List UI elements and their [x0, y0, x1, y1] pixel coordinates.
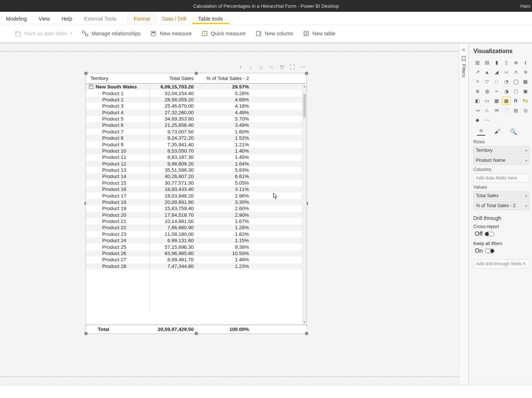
stacked-column-icon[interactable]: ▮: [493, 58, 501, 66]
collapse-icon[interactable]: [89, 84, 93, 89]
filters-pane-collapsed[interactable]: « Filters: [459, 43, 469, 385]
matrix-header[interactable]: Territory Total Sales % of Total Sales -…: [86, 73, 307, 84]
stacked-col100-icon[interactable]: ⫿: [521, 58, 529, 66]
focus-mode-icon[interactable]: ⛶: [289, 64, 296, 70]
manage-relationships-button[interactable]: Manage relationships: [82, 30, 141, 37]
table-row[interactable]: Product 129,98,809.201.64%: [86, 161, 307, 167]
donut-icon[interactable]: ◯: [512, 77, 520, 85]
table-row[interactable]: Product 2663,96,985.8010.50%: [86, 250, 307, 256]
clustered-bar-icon[interactable]: ▤: [483, 58, 491, 66]
columns-drop-zone[interactable]: Add data fields here: [473, 174, 530, 182]
stacked-bar-icon[interactable]: ▥: [473, 58, 481, 66]
matrix-visual[interactable]: ↑ ↓ ⇊ ⑆ ▽ ⛶ ⋯ Territory Total Sales % of…: [86, 73, 307, 334]
new-table-button[interactable]: New table: [303, 30, 335, 37]
treemap-icon[interactable]: ▦: [521, 77, 529, 85]
table-row[interactable]: Product 97,35,941.401.21%: [86, 141, 307, 147]
filled-map-icon[interactable]: ◍: [483, 87, 491, 95]
line-column-icon[interactable]: ⩙: [502, 68, 510, 76]
more-options-icon[interactable]: ⋯: [299, 64, 306, 70]
table-row[interactable]: Product 1618,93,433.403.11%: [86, 186, 307, 192]
scroll-thumb[interactable]: [303, 94, 306, 118]
table-row[interactable]: Product 1820,09,691.803.30%: [86, 199, 307, 205]
matrix-group-row[interactable]: New South Wales 6,09,15,703.20 29.57%: [86, 84, 307, 90]
tab-help[interactable]: Help: [56, 16, 78, 24]
table-row[interactable]: Product 287,47,344.801.23%: [86, 263, 307, 269]
waterfall-icon[interactable]: ⌗: [473, 77, 481, 85]
table-row[interactable]: Product 228,58,059.204.69%: [86, 97, 307, 103]
table-row[interactable]: Product 1530,77,571.305.05%: [86, 180, 307, 186]
expand-filters-icon[interactable]: «: [462, 46, 465, 52]
shape-map-icon[interactable]: ≈: [493, 87, 501, 95]
funnel-icon[interactable]: ▽: [483, 77, 491, 85]
card-icon[interactable]: ▢: [512, 87, 520, 95]
multi-card-icon[interactable]: ▣: [521, 87, 529, 95]
narrative-icon[interactable]: 📄: [502, 106, 510, 114]
report-canvas[interactable]: ↑ ↓ ⇊ ⑆ ▽ ⛶ ⋯ Territory Total Sales % of…: [0, 43, 469, 385]
r-visual-icon[interactable]: R: [512, 97, 520, 105]
fields-tab-icon[interactable]: ≡: [477, 128, 485, 136]
line-clustered-icon[interactable]: ⩚: [512, 68, 520, 76]
area-icon[interactable]: ▲: [483, 68, 491, 76]
rows-field-territory[interactable]: Territory▾: [473, 146, 530, 155]
table-row[interactable]: Product 621,25,856.403.49%: [86, 122, 307, 128]
table-row[interactable]: Product 1440,26,807.206.61%: [86, 173, 307, 179]
table-row[interactable]: Product 1335,51,596.305.83%: [86, 167, 307, 173]
ribbon-chart-icon[interactable]: ≋: [521, 68, 529, 76]
kpi-icon[interactable]: ◧: [473, 97, 481, 105]
scatter-icon[interactable]: ∷: [493, 77, 501, 85]
slicer-icon[interactable]: ▭: [483, 97, 491, 105]
matrix-visual-icon[interactable]: ▦: [502, 97, 510, 105]
analytics-tab-icon[interactable]: 🔍: [509, 128, 518, 136]
table-row[interactable]: Product 132,04,154.405.26%: [86, 90, 307, 96]
table-row[interactable]: Product 2311,08,180.001.82%: [86, 231, 307, 237]
clustered-column-icon[interactable]: ▯: [502, 58, 510, 66]
drill-through-drop-zone[interactable]: Add drill-through fields h: [473, 259, 530, 268]
table-row[interactable]: Product 227,66,660.901.26%: [86, 224, 307, 231]
bookmark-icon[interactable]: [461, 56, 466, 61]
keep-filters-toggle[interactable]: On: [475, 248, 494, 254]
rows-field-product[interactable]: Product Name▾: [473, 156, 530, 165]
drill-down-icon[interactable]: ↓: [248, 64, 254, 70]
table-row[interactable]: Product 2017,64,518.702.90%: [86, 212, 307, 218]
table-row[interactable]: Product 325,46,670.004.18%: [86, 103, 307, 109]
key-influencers-icon[interactable]: ⫘: [473, 106, 481, 114]
pie-icon[interactable]: ◔: [502, 77, 510, 85]
table-row[interactable]: Product 79,73,007.501.60%: [86, 129, 307, 135]
table-row[interactable]: Product 2110,14,681.501.67%: [86, 218, 307, 224]
paginated-icon[interactable]: ▤: [512, 106, 520, 114]
get-more-icon[interactable]: ⋯: [483, 116, 491, 124]
map-icon[interactable]: ⊕: [473, 87, 481, 95]
decomposition-icon[interactable]: ⎌: [483, 106, 491, 114]
table-row[interactable]: Product 2557,15,696.309.38%: [86, 244, 307, 250]
tab-table-tools[interactable]: Table tools: [192, 16, 229, 24]
gauge-icon[interactable]: ◑: [502, 87, 510, 95]
qa-icon[interactable]: ✉: [493, 106, 501, 114]
line-icon[interactable]: ↗: [473, 68, 481, 76]
powerapps-icon[interactable]: ◆: [473, 116, 481, 124]
matrix-body[interactable]: New South Wales 6,09,15,703.20 29.57% Pr…: [86, 84, 307, 325]
format-tab-icon[interactable]: 🖌: [493, 128, 501, 136]
table-row[interactable]: Product 1915,83,759.402.60%: [86, 205, 307, 212]
stacked-area-icon[interactable]: ◢: [493, 68, 501, 76]
values-field-total-sales[interactable]: Total Sales▾: [473, 191, 530, 200]
table-row[interactable]: Product 108,53,050.701.40%: [86, 148, 307, 154]
table-row[interactable]: Product 427,32,260.004.49%: [86, 109, 307, 116]
tab-modeling[interactable]: Modeling: [0, 16, 33, 24]
table-row[interactable]: Product 246,99,131.601.15%: [86, 237, 307, 244]
vertical-scrollbar[interactable]: ▴ ▾: [302, 84, 307, 325]
tab-external-tools[interactable]: External Tools: [78, 16, 122, 24]
new-column-button[interactable]: New column: [255, 30, 293, 37]
python-visual-icon[interactable]: Py: [521, 97, 529, 105]
table-row[interactable]: Product 118,83,187.301.45%: [86, 154, 307, 160]
new-measure-button[interactable]: New measure: [150, 30, 191, 37]
scroll-down-arrow[interactable]: ▾: [303, 320, 307, 325]
drill-up-icon[interactable]: ↑: [237, 64, 244, 70]
table-row[interactable]: Product 278,99,481.701.48%: [86, 256, 307, 263]
header-pct[interactable]: % of Total Sales - 2: [197, 76, 253, 81]
cross-report-toggle[interactable]: Off: [475, 231, 494, 237]
arcgis-icon[interactable]: ◎: [521, 106, 529, 114]
quick-measure-button[interactable]: Quick measure: [201, 30, 246, 37]
scroll-up-arrow[interactable]: ▴: [303, 84, 307, 89]
table-visual-icon[interactable]: ▦: [493, 97, 501, 105]
header-territory[interactable]: Territory: [89, 76, 149, 81]
